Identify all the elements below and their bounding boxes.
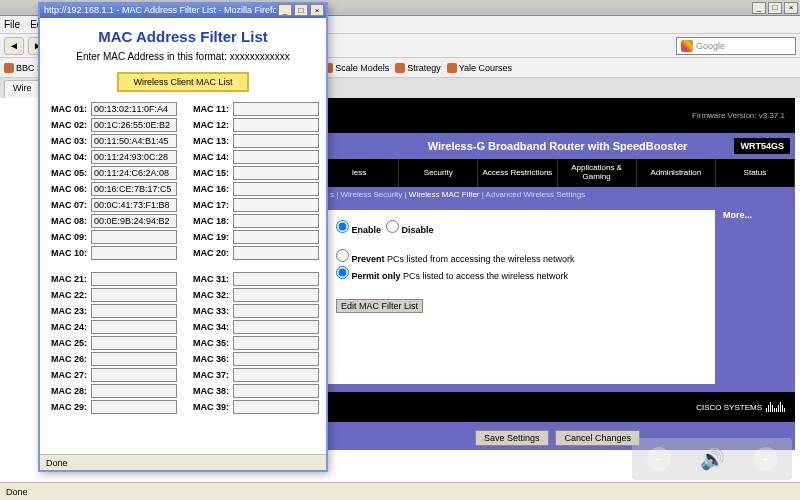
- mac-input[interactable]: [91, 134, 177, 148]
- mac-input[interactable]: [91, 230, 177, 244]
- popup-title-text: http://192.168.1.1 - MAC Address Filter …: [42, 5, 276, 15]
- mac-input[interactable]: [91, 304, 177, 318]
- tab-wireless[interactable]: Wire: [4, 80, 41, 98]
- popup-minimize-icon[interactable]: _: [278, 4, 292, 16]
- mac-input[interactable]: [91, 320, 177, 334]
- volume-up-icon[interactable]: +: [754, 447, 778, 471]
- search-box[interactable]: Google: [676, 37, 796, 55]
- mac-label: MAC 15:: [189, 168, 229, 178]
- bookmark-item[interactable]: Yale Courses: [447, 63, 512, 73]
- mac-input[interactable]: [233, 134, 319, 148]
- router-nav-item[interactable]: Security: [399, 159, 478, 187]
- opt-permit[interactable]: Permit only PCs listed to access the wir…: [336, 266, 707, 281]
- radio-prevent[interactable]: [336, 249, 349, 262]
- mac-input[interactable]: [91, 368, 177, 382]
- minimize-icon[interactable]: _: [752, 2, 766, 14]
- subnav-active[interactable]: Wireless MAC Filter: [409, 190, 480, 199]
- volume-overlay: − 🔊 +: [632, 438, 792, 480]
- mac-input[interactable]: [91, 214, 177, 228]
- router-body: Enable Disable Prevent PCs listed from a…: [320, 202, 795, 392]
- router-nav-item[interactable]: Administration: [637, 159, 716, 187]
- mac-input[interactable]: [233, 246, 319, 260]
- search-placeholder: Google: [696, 41, 725, 51]
- mac-input[interactable]: [91, 336, 177, 350]
- radio-permit[interactable]: [336, 266, 349, 279]
- mac-input[interactable]: [233, 214, 319, 228]
- mac-input[interactable]: [233, 384, 319, 398]
- speaker-icon[interactable]: 🔊: [700, 447, 725, 471]
- mac-label: MAC 19:: [189, 232, 229, 242]
- radio-enable[interactable]: [336, 220, 349, 233]
- bookmark-item[interactable]: Scale Models: [323, 63, 389, 73]
- mac-input[interactable]: [233, 304, 319, 318]
- mac-input[interactable]: [233, 166, 319, 180]
- mac-input[interactable]: [233, 102, 319, 116]
- mac-input[interactable]: [91, 246, 177, 260]
- mac-input[interactable]: [91, 288, 177, 302]
- mac-input[interactable]: [233, 288, 319, 302]
- mac-input[interactable]: [91, 102, 177, 116]
- mac-input[interactable]: [233, 230, 319, 244]
- close-icon[interactable]: ×: [784, 2, 798, 14]
- bookmark-icon: [447, 63, 457, 73]
- mac-input[interactable]: [233, 150, 319, 164]
- popup-maximize-icon[interactable]: □: [294, 4, 308, 16]
- mac-input[interactable]: [233, 368, 319, 382]
- bookmark-item[interactable]: Strategy: [395, 63, 441, 73]
- router-title: Wireless-G Broadband Router with SpeedBo…: [428, 140, 688, 152]
- save-settings-button[interactable]: Save Settings: [475, 430, 549, 446]
- cisco-footer: CISCO SYSTEMS: [320, 392, 795, 422]
- router-help-sidebar[interactable]: More...: [715, 202, 795, 392]
- mac-input[interactable]: [91, 352, 177, 366]
- subnav-left[interactable]: s | Wireless Security |: [330, 190, 409, 199]
- volume-down-icon[interactable]: −: [647, 447, 671, 471]
- router-nav-item[interactable]: Applications & Gaming: [558, 159, 637, 187]
- cancel-changes-button[interactable]: Cancel Changes: [555, 430, 640, 446]
- popup-close-icon[interactable]: ×: [310, 4, 324, 16]
- menu-file[interactable]: File: [4, 19, 20, 30]
- mac-input[interactable]: [91, 400, 177, 414]
- mac-input[interactable]: [233, 320, 319, 334]
- mac-row: MAC 34:: [189, 320, 319, 334]
- mac-input[interactable]: [91, 198, 177, 212]
- mac-input[interactable]: [233, 352, 319, 366]
- router-nav-item[interactable]: Access Restrictions: [478, 159, 557, 187]
- mac-row: MAC 32:: [189, 288, 319, 302]
- mac-input[interactable]: [233, 400, 319, 414]
- opt-prevent[interactable]: Prevent PCs listed from accessing the wi…: [336, 249, 707, 264]
- mac-input[interactable]: [91, 272, 177, 286]
- mac-row: MAC 08:: [47, 214, 177, 228]
- mac-input[interactable]: [91, 150, 177, 164]
- mac-input[interactable]: [233, 272, 319, 286]
- mac-grid-bottom: MAC 21:MAC 22:MAC 23:MAC 24:MAC 25:MAC 2…: [48, 272, 318, 414]
- mac-row: MAC 37:: [189, 368, 319, 382]
- mac-row: MAC 17:: [189, 198, 319, 212]
- maximize-icon[interactable]: □: [768, 2, 782, 14]
- back-icon[interactable]: ◄: [4, 37, 24, 55]
- router-nav-item[interactable]: Status: [716, 159, 795, 187]
- mac-input[interactable]: [91, 166, 177, 180]
- mac-input[interactable]: [233, 118, 319, 132]
- mac-input[interactable]: [91, 182, 177, 196]
- mac-input[interactable]: [233, 198, 319, 212]
- mac-label: MAC 22:: [47, 290, 87, 300]
- wireless-client-mac-list-button[interactable]: Wireless Client MAC List: [117, 72, 248, 92]
- mac-row: MAC 06:: [47, 182, 177, 196]
- mac-input[interactable]: [91, 384, 177, 398]
- cisco-label: CISCO SYSTEMS: [696, 403, 762, 412]
- opt-enable-disable[interactable]: Enable Disable: [336, 220, 707, 235]
- mac-input[interactable]: [233, 182, 319, 196]
- popup-heading: MAC Address Filter List: [48, 28, 318, 45]
- mac-label: MAC 24:: [47, 322, 87, 332]
- mac-row: MAC 29:: [47, 400, 177, 414]
- radio-disable[interactable]: [386, 220, 399, 233]
- mac-label: MAC 28:: [47, 386, 87, 396]
- edit-mac-filter-button[interactable]: Edit MAC Filter List: [336, 299, 423, 313]
- mac-row: MAC 02:: [47, 118, 177, 132]
- mac-row: MAC 21:: [47, 272, 177, 286]
- mac-input[interactable]: [91, 118, 177, 132]
- router-nav-item[interactable]: less: [320, 159, 399, 187]
- mac-input[interactable]: [233, 336, 319, 350]
- router-title-bar: Wireless-G Broadband Router with SpeedBo…: [320, 133, 795, 159]
- subnav-right[interactable]: | Advanced Wireless Settings: [480, 190, 586, 199]
